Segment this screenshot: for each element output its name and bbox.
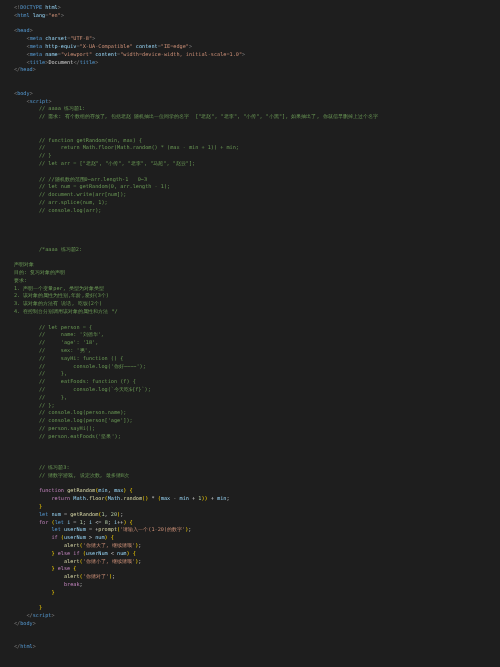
code-line: </head> (14, 66, 36, 72)
code-line: </html> (14, 643, 36, 649)
code-line: // console.log(arr); (14, 207, 101, 213)
code-line: // function getRandom(min, max) { (14, 137, 142, 143)
code-line: // }, (14, 394, 67, 400)
code-editor[interactable]: <!DOCTYPE html> <html lang="en"> <head> … (0, 0, 500, 651)
code-line: 声明对象 (14, 261, 34, 267)
code-line: // document.write(arr[num]); (14, 191, 126, 197)
code-line: // name: '刘德华', (14, 331, 104, 337)
code-line: 2. 该对象的属性为性别,年龄,爱好(3个) (14, 292, 109, 298)
code-line: // } (14, 152, 52, 158)
code-line: function getRandom(min, max) { (14, 487, 133, 493)
code-line: <title>Document</title> (14, 59, 98, 65)
code-line: alert('你猜大了, 继续猜哦'); (14, 542, 141, 548)
code-line: // 练习题3: (14, 464, 70, 470)
code-line: 4. 在控制台分别调用该对象的属性和方法 */ (14, 308, 118, 314)
code-line: <body> (14, 90, 33, 96)
code-line: // aaaa 练习题1: (14, 105, 85, 111)
code-line: // //随机数的范围0~arr.length-1 0~3 (14, 176, 147, 182)
code-line: // console.log(person.name); (14, 409, 126, 415)
code-line: return Math.floor(Math.random() * (max -… (14, 495, 230, 501)
code-line: <meta charset="UTF-8"> (14, 35, 95, 41)
code-line: </script> (14, 612, 55, 618)
code-line: // sayHi: function () { (14, 355, 123, 361)
code-line: // return Math.floor(Math.random() * (ma… (14, 144, 239, 150)
code-line: <meta http-equiv="X-UA-Compatible" conte… (14, 43, 192, 49)
code-line: 要求: (14, 277, 27, 283)
code-line: // sex: '男', (14, 347, 91, 353)
code-line: 3. 该对象的方法有 说话, 吃饭(2个) (14, 300, 102, 306)
code-line: } (14, 604, 42, 610)
code-line: // let person = { (14, 324, 92, 330)
code-line: // let arr = ["老赵", "小传", "老李", "马超", "赵… (14, 160, 195, 166)
code-line: } (14, 589, 55, 595)
code-line: alert('你猜对了'); (14, 573, 115, 579)
code-line: if (userNum > num) { (14, 534, 114, 540)
code-line: <head> (14, 27, 33, 33)
code-line: // let num = getRandom(0, arr.length - 1… (14, 183, 170, 189)
code-line: <html lang="en"> (14, 12, 64, 18)
code-line: <script> (14, 98, 52, 104)
code-line: let userNum = +prompt('请输入一个(1-20)的数字'); (14, 526, 191, 532)
code-line: for (let i = 1; i <= 8; i++) { (14, 519, 133, 525)
code-line: // }; (14, 402, 55, 408)
code-line: </body> (14, 620, 36, 626)
code-line: // console.log('你好~~~~'); (14, 363, 146, 369)
code-line: break; (14, 581, 83, 587)
code-line: let num = getRandom(1, 20); (14, 511, 123, 517)
code-line: 1. 声明一个变量per, 类型为对象类型 (14, 285, 104, 291)
code-line: // eatFoods: function (f) { (14, 378, 136, 384)
code-line: // 需求: 有个数组的存放了, 包括老赵 随机抽出一位同学的名字 ["老赵",… (14, 113, 378, 119)
code-line: // }, (14, 370, 67, 376)
code-line: <!DOCTYPE html> (14, 4, 61, 10)
code-line: } (14, 503, 42, 509)
code-line: 目的: 复习对象的声明 (14, 269, 65, 275)
code-line: alert('你猜小了, 继续猜哦'); (14, 558, 141, 564)
code-line: // arr.splice(num, 1); (14, 199, 108, 205)
code-line: // console.log(person['age']); (14, 417, 133, 423)
code-line: } else { (14, 565, 76, 571)
code-line: // 猜数字游戏, 设定次数, 最多猜8次 (14, 472, 129, 478)
code-line: /*aaaa 练习题2: (14, 246, 82, 252)
code-line: // person.eatFoods('坚果'); (14, 433, 121, 439)
code-line: // 'age': '18', (14, 339, 98, 345)
code-line: // person.sayHi(); (14, 425, 95, 431)
code-line: <meta name="viewport" content="width=dev… (14, 51, 245, 57)
code-line: // console.log(`今天吃${f}`); (14, 386, 151, 392)
code-line: } else if (userNum < num) { (14, 550, 136, 556)
